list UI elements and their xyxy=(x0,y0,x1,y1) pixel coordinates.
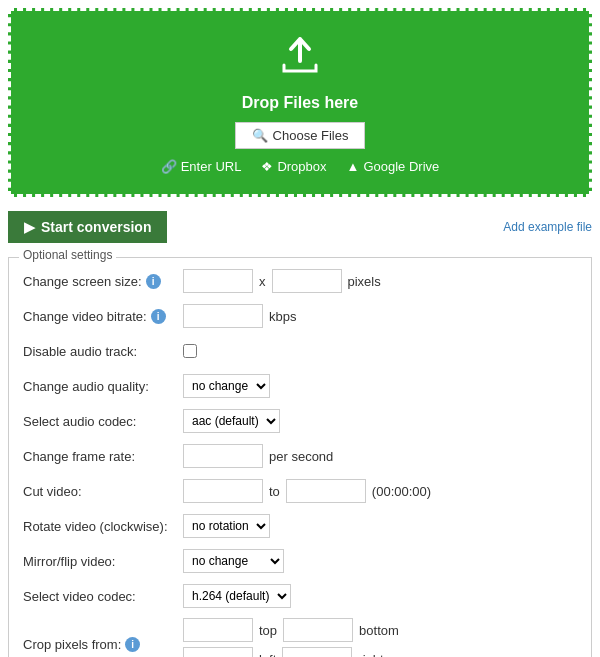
frame-rate-input[interactable] xyxy=(183,444,263,468)
upload-icon xyxy=(31,31,569,88)
bitrate-input[interactable] xyxy=(183,304,263,328)
frame-rate-control: per second xyxy=(183,444,577,468)
audio-quality-control: no change very low low medium high very … xyxy=(183,374,577,398)
choose-files-button[interactable]: 🔍 Choose Files xyxy=(235,122,366,149)
rotate-video-control: no rotation 90° 180° 270° xyxy=(183,514,577,538)
frame-rate-row: Change frame rate: per second xyxy=(23,443,577,469)
bitrate-info-icon[interactable]: i xyxy=(151,309,166,324)
bottom-label: bottom xyxy=(359,623,399,638)
frame-rate-label: Change frame rate: xyxy=(23,449,183,464)
cut-hint: (00:00:00) xyxy=(372,484,431,499)
audio-quality-select[interactable]: no change very low low medium high very … xyxy=(183,374,270,398)
disable-audio-checkbox[interactable] xyxy=(183,344,197,358)
choose-files-label: Choose Files xyxy=(273,128,349,143)
crop-left-input[interactable] xyxy=(183,647,253,657)
drop-zone[interactable]: Drop Files here 🔍 Choose Files 🔗 Enter U… xyxy=(8,8,592,197)
audio-codec-label: Select audio codec: xyxy=(23,414,183,429)
video-codec-control: h.264 (default) h.265 vp8 vp9 xyxy=(183,584,577,608)
left-label: left xyxy=(259,652,276,658)
audio-codec-control: aac (default) mp3 vorbis opus xyxy=(183,409,577,433)
play-icon: ▶ xyxy=(24,219,35,235)
link-icon: 🔗 xyxy=(161,159,177,174)
crop-top-input[interactable] xyxy=(183,618,253,642)
cut-end-input[interactable] xyxy=(286,479,366,503)
audio-quality-label: Change audio quality: xyxy=(23,379,183,394)
disable-audio-label: Disable audio track: xyxy=(23,344,183,359)
disable-audio-row: Disable audio track: xyxy=(23,338,577,364)
screen-size-row: Change screen size: i x pixels xyxy=(23,268,577,294)
audio-codec-row: Select audio codec: aac (default) mp3 vo… xyxy=(23,408,577,434)
screen-width-input[interactable] xyxy=(183,269,253,293)
mirror-video-control: no change flip horizontal flip vertical xyxy=(183,549,577,573)
rotate-video-label: Rotate video (clockwise): xyxy=(23,519,183,534)
to-label: to xyxy=(269,484,280,499)
mirror-video-row: Mirror/flip video: no change flip horizo… xyxy=(23,548,577,574)
crop-pixels-row: Crop pixels from: i top bottom left righ… xyxy=(23,618,577,657)
cut-video-label: Cut video: xyxy=(23,484,183,499)
enter-url-link[interactable]: 🔗 Enter URL xyxy=(161,159,242,174)
crop-pixels-control: top bottom left right xyxy=(183,618,577,657)
toolbar: ▶ Start conversion Add example file xyxy=(0,205,600,249)
dropbox-icon: ❖ xyxy=(261,159,273,174)
rotate-video-select[interactable]: no rotation 90° 180° 270° xyxy=(183,514,270,538)
video-codec-row: Select video codec: h.264 (default) h.26… xyxy=(23,583,577,609)
video-bitrate-label: Change video bitrate: i xyxy=(23,309,183,324)
cut-start-input[interactable] xyxy=(183,479,263,503)
optional-settings-panel: Optional settings Change screen size: i … xyxy=(8,257,592,657)
screen-size-label: Change screen size: i xyxy=(23,274,183,289)
bitrate-control: kbps xyxy=(183,304,577,328)
mirror-video-select[interactable]: no change flip horizontal flip vertical xyxy=(183,549,284,573)
dropbox-link[interactable]: ❖ Dropbox xyxy=(261,159,326,174)
crop-pixels-label: Crop pixels from: i xyxy=(23,637,183,652)
search-icon: 🔍 xyxy=(252,128,268,143)
screen-height-input[interactable] xyxy=(272,269,342,293)
drop-text: Drop Files here xyxy=(31,94,569,112)
drop-links: 🔗 Enter URL ❖ Dropbox ▲ Google Drive xyxy=(31,159,569,174)
x-separator: x xyxy=(259,274,266,289)
google-drive-icon: ▲ xyxy=(347,159,360,174)
crop-info-icon[interactable]: i xyxy=(125,637,140,652)
video-codec-label: Select video codec: xyxy=(23,589,183,604)
disable-audio-control xyxy=(183,344,577,358)
add-example-link[interactable]: Add example file xyxy=(503,220,592,234)
optional-settings-legend: Optional settings xyxy=(19,248,116,262)
crop-right-input[interactable] xyxy=(282,647,352,657)
screen-size-info-icon[interactable]: i xyxy=(146,274,161,289)
audio-codec-select[interactable]: aac (default) mp3 vorbis opus xyxy=(183,409,280,433)
audio-quality-row: Change audio quality: no change very low… xyxy=(23,373,577,399)
pixels-label: pixels xyxy=(348,274,381,289)
crop-bottom-input[interactable] xyxy=(283,618,353,642)
cut-video-row: Cut video: to (00:00:00) xyxy=(23,478,577,504)
screen-size-control: x pixels xyxy=(183,269,577,293)
video-bitrate-row: Change video bitrate: i kbps xyxy=(23,303,577,329)
rotate-video-row: Rotate video (clockwise): no rotation 90… xyxy=(23,513,577,539)
video-codec-select[interactable]: h.264 (default) h.265 vp8 vp9 xyxy=(183,584,291,608)
kbps-label: kbps xyxy=(269,309,296,324)
right-label: right xyxy=(358,652,383,658)
mirror-video-label: Mirror/flip video: xyxy=(23,554,183,569)
cut-video-control: to (00:00:00) xyxy=(183,479,577,503)
start-conversion-button[interactable]: ▶ Start conversion xyxy=(8,211,167,243)
per-second-label: per second xyxy=(269,449,333,464)
google-drive-link[interactable]: ▲ Google Drive xyxy=(347,159,440,174)
top-label: top xyxy=(259,623,277,638)
